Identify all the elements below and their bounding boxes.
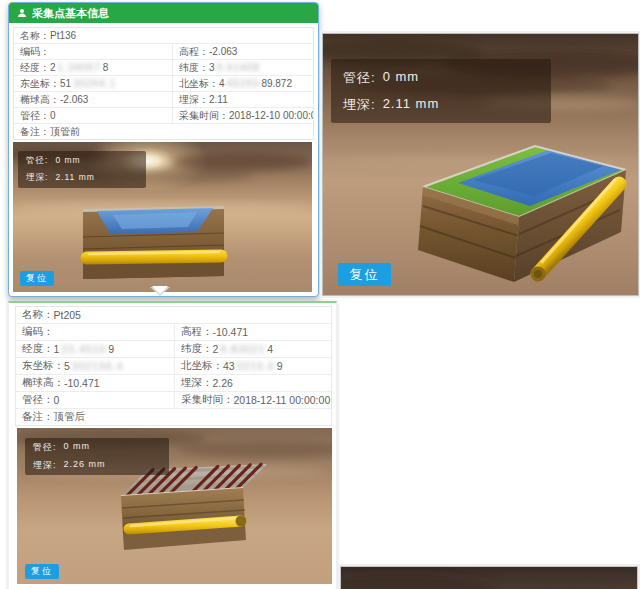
point-info-table: 名称：Pt205 编码： 高程：-10.471 经度：120.45169 纬度：…	[15, 306, 332, 426]
field-ellipsoid-height: 椭球高：-2.063	[14, 92, 173, 107]
field-name: 名称：Pt205	[16, 307, 331, 323]
field-name: 名称：Pt136	[14, 28, 313, 43]
table-row: 备注：顶管后	[16, 409, 331, 425]
field-pipe-diameter: 管径：0	[16, 392, 175, 408]
table-row: 名称：Pt136	[14, 28, 313, 44]
user-icon	[17, 8, 27, 18]
field-elevation: 高程：-2.063	[173, 44, 313, 59]
table-row: 编码： 高程：-2.063	[14, 44, 313, 60]
reset-button[interactable]: 复位	[25, 564, 59, 579]
terrain-block	[83, 206, 224, 279]
field-burial-depth: 埋深：2.26	[175, 375, 331, 391]
reset-button[interactable]: 复位	[20, 271, 54, 286]
pipe-end-cap	[236, 516, 247, 527]
dialog-title: 采集点基本信息	[32, 6, 109, 21]
field-collect-time: 采集时间：2018-12-10 00:00:00.000	[173, 108, 313, 123]
field-longitude: 经度：120.45169	[16, 341, 175, 357]
field-burial-depth: 埋深：2.11	[173, 92, 313, 107]
table-row: 椭球高：-10.471 埋深：2.26	[16, 375, 331, 392]
field-ellipsoid-height: 椭球高：-10.471	[16, 375, 175, 391]
table-row: 管径：0 采集时间：2018-12-11 00:00:00.000	[16, 392, 331, 409]
table-row: 经度：120.45169 纬度：29.830214	[16, 341, 331, 358]
field-collect-time: 采集时间：2018-12-11 00:00:00.000	[175, 392, 331, 408]
collection-point-panel-2: 名称：Pt205 编码： 高程：-10.471 经度：120.45169 纬度：…	[8, 301, 337, 589]
field-latitude: 纬度：29.830214	[175, 341, 331, 357]
table-row: 编码： 高程：-10.471	[16, 324, 331, 341]
point-info-table: 名称：Pt136 编码： 高程：-2.063 经度：21.340678 纬度：3…	[13, 27, 314, 140]
field-remark: 备注：顶管后	[16, 409, 331, 425]
dialog-titlebar[interactable]: 采集点基本信息	[9, 3, 318, 23]
field-north-coordinate: 北坐标：430215.69	[175, 358, 331, 374]
field-north-coordinate: 北坐标：44529389.872	[173, 76, 313, 91]
field-elevation: 高程：-10.471	[175, 324, 331, 340]
table-row: 备注：顶管前	[14, 124, 313, 139]
viewport-pipejack-after[interactable]: 管径:0 mm 埋深:2.26 mm 复位	[17, 428, 332, 584]
table-row: 东坐标：5302156.4 北坐标：430215.69	[16, 358, 331, 375]
viewport-pipejack-large[interactable]	[340, 566, 638, 589]
scene-pipejack-large	[341, 567, 637, 589]
field-east-coordinate: 东坐标：5130264.1	[14, 76, 173, 91]
table-row: 名称：Pt205	[16, 307, 331, 324]
measurement-overlay: 管径:0 mm 埋深:2.26 mm	[25, 438, 169, 475]
collection-point-dialog: 采集点基本信息 名称：Pt136 编码： 高程：-2.063 经度：21.340…	[8, 2, 319, 297]
measurement-overlay: 管径:0 mm 埋深:2.11 mm	[331, 59, 551, 123]
field-remark: 备注：顶管前	[14, 124, 313, 139]
viewport-trench-large[interactable]: 管径:0 mm 埋深:2.11 mm 复位	[322, 33, 639, 296]
sky	[341, 567, 637, 589]
viewport-trench-before[interactable]: 管径:0 mm 埋深:2.11 mm 复位	[13, 142, 312, 292]
reset-button[interactable]: 复位	[338, 263, 391, 286]
field-east-coordinate: 东坐标：5302156.4	[16, 358, 175, 374]
field-longitude: 经度：21.340678	[14, 60, 173, 75]
yellow-pipe	[87, 256, 221, 258]
field-latitude: 纬度：39.61408	[173, 60, 313, 75]
table-row: 椭球高：-2.063 埋深：2.11	[14, 92, 313, 108]
measurement-overlay: 管径:0 mm 埋深:2.11 mm	[18, 151, 146, 188]
field-code: 编码：	[16, 324, 175, 340]
table-row: 管径：0 采集时间：2018-12-10 00:00:00.000	[14, 108, 313, 124]
field-pipe-diameter: 管径：0	[14, 108, 173, 123]
field-code: 编码：	[14, 44, 173, 59]
table-row: 经度：21.340678 纬度：39.61408	[14, 60, 313, 76]
table-row: 东坐标：5130264.1 北坐标：44529389.872	[14, 76, 313, 92]
